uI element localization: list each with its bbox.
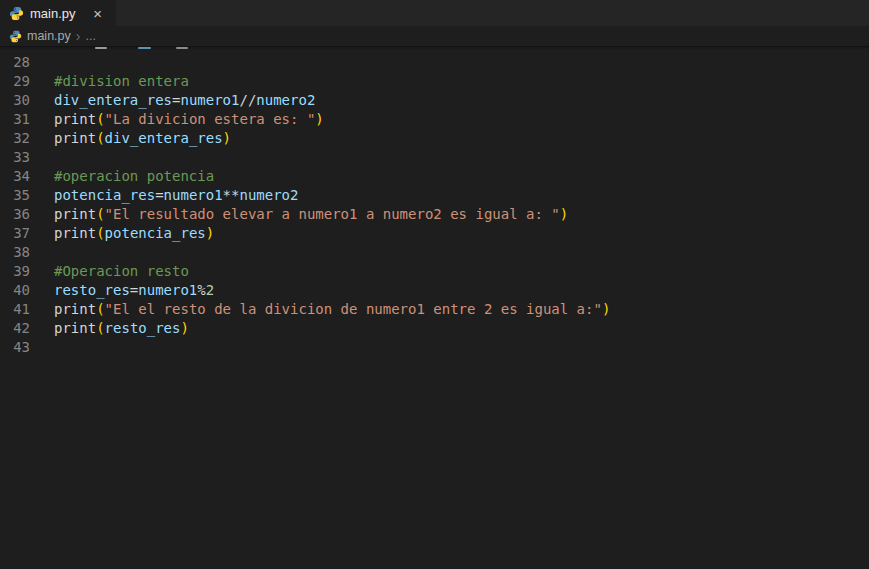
line-number: 35 — [0, 186, 30, 205]
line-number: 39 — [0, 262, 30, 281]
line-number: 38 — [0, 243, 30, 262]
code-line[interactable]: 32print(div_entera_res) — [0, 129, 869, 148]
breadcrumb-ellipsis[interactable]: ... — [85, 29, 95, 43]
line-code: #Operacion resto — [30, 262, 189, 281]
token-fn: print — [54, 206, 96, 222]
token-fn: print — [54, 111, 96, 127]
tab-main-py[interactable]: main.py × — [0, 0, 117, 26]
code-line[interactable]: 34#operacion potencia — [0, 167, 869, 186]
line-number: 32 — [0, 129, 30, 148]
line-number: 40 — [0, 281, 30, 300]
breadcrumb-file[interactable]: main.py — [27, 29, 71, 43]
token-fn: print — [54, 320, 96, 336]
code-line[interactable]: 33 — [0, 148, 869, 167]
code-line[interactable]: 41print("El el resto de la divicion de n… — [0, 300, 869, 319]
clipped-glyph-fragment — [176, 47, 188, 49]
line-code: potencia_res=numero1**numero2 — [30, 186, 298, 205]
line-number: 31 — [0, 110, 30, 129]
line-number: 43 — [0, 338, 30, 357]
token-paren: ( — [96, 130, 104, 146]
token-var: numero1 — [138, 282, 197, 298]
token-comment: #Operacion resto — [54, 263, 189, 279]
line-number: 34 — [0, 167, 30, 186]
code-line[interactable]: 42print(resto_res) — [0, 319, 869, 338]
code-line[interactable]: 28 — [0, 53, 869, 72]
line-number: 37 — [0, 224, 30, 243]
line-code: #division entera — [30, 72, 189, 91]
token-fn: print — [54, 225, 96, 241]
token-var: div_entera_res — [105, 130, 223, 146]
token-var: resto_res — [105, 320, 181, 336]
clipped-glyph-fragment — [138, 47, 151, 49]
line-number: 33 — [0, 148, 30, 167]
line-number: 30 — [0, 91, 30, 110]
code-lines: 2829#division entera30div_entera_res=num… — [0, 53, 869, 357]
token-paren: ) — [602, 301, 610, 317]
line-number: 36 — [0, 205, 30, 224]
code-line[interactable]: 36print("El resultado elevar a numero1 a… — [0, 205, 869, 224]
token-paren: ( — [96, 111, 104, 127]
vscode-window: main.py × main.py › ... 2829#division en… — [0, 0, 869, 569]
line-code: print(div_entera_res) — [30, 129, 231, 148]
code-line[interactable]: 43 — [0, 338, 869, 357]
close-icon[interactable]: × — [90, 5, 106, 21]
token-paren: ( — [96, 320, 104, 336]
token-var: potencia_res — [105, 225, 206, 241]
token-paren: ) — [223, 130, 231, 146]
code-line[interactable]: 40resto_res=numero1%2 — [0, 281, 869, 300]
token-fn: print — [54, 130, 96, 146]
code-line[interactable]: 38 — [0, 243, 869, 262]
token-paren: ( — [96, 225, 104, 241]
token-op: // — [239, 92, 256, 108]
token-var: numero2 — [256, 92, 315, 108]
partial-line-27 — [0, 46, 869, 53]
token-str: "La divicion estera es: " — [105, 111, 316, 127]
token-num: 2 — [206, 282, 214, 298]
line-code: div_entera_res=numero1//numero2 — [30, 91, 315, 110]
token-paren: ) — [206, 225, 214, 241]
line-code — [30, 53, 54, 72]
token-var: numero2 — [239, 187, 298, 203]
token-paren: ) — [180, 320, 188, 336]
token-paren: ) — [560, 206, 568, 222]
line-number: 29 — [0, 72, 30, 91]
line-code: print(resto_res) — [30, 319, 189, 338]
line-code: print("La divicion estera es: ") — [30, 110, 324, 129]
token-var: potencia_res — [54, 187, 155, 203]
token-str: "El resultado elevar a numero1 a numero2… — [105, 206, 560, 222]
code-line[interactable]: 39#Operacion resto — [0, 262, 869, 281]
token-var: numero1 — [164, 187, 223, 203]
python-file-icon — [9, 30, 22, 43]
line-number: 42 — [0, 319, 30, 338]
line-number: 28 — [0, 53, 30, 72]
python-file-icon — [9, 6, 24, 21]
tab-label: main.py — [30, 6, 76, 21]
token-comment: #division entera — [54, 73, 189, 89]
line-code — [30, 338, 54, 357]
token-comment: #operacion potencia — [54, 168, 214, 184]
token-paren: ( — [96, 301, 104, 317]
code-line[interactable]: 35potencia_res=numero1**numero2 — [0, 186, 869, 205]
line-code: print("El resultado elevar a numero1 a n… — [30, 205, 568, 224]
token-op: = — [155, 187, 163, 203]
code-editor[interactable]: 2829#division entera30div_entera_res=num… — [0, 46, 869, 569]
line-number: 41 — [0, 300, 30, 319]
token-paren: ) — [315, 111, 323, 127]
line-code: resto_res=numero1%2 — [30, 281, 214, 300]
line-code — [30, 243, 54, 262]
token-fn: print — [54, 301, 96, 317]
line-code: print("El el resto de la divicion de num… — [30, 300, 610, 319]
token-str: "El el resto de la divicion de numero1 e… — [105, 301, 602, 317]
code-line[interactable]: 37print(potencia_res) — [0, 224, 869, 243]
code-line[interactable]: 31print("La divicion estera es: ") — [0, 110, 869, 129]
code-line[interactable]: 30div_entera_res=numero1//numero2 — [0, 91, 869, 110]
line-code — [30, 148, 54, 167]
code-line[interactable]: 29#division entera — [0, 72, 869, 91]
line-code: print(potencia_res) — [30, 224, 214, 243]
chevron-right-icon: › — [76, 30, 81, 42]
token-op: ** — [223, 187, 240, 203]
clipped-glyph-fragment — [95, 47, 107, 49]
token-paren: ( — [96, 206, 104, 222]
breadcrumb: main.py › ... — [0, 26, 869, 46]
token-op: % — [197, 282, 205, 298]
